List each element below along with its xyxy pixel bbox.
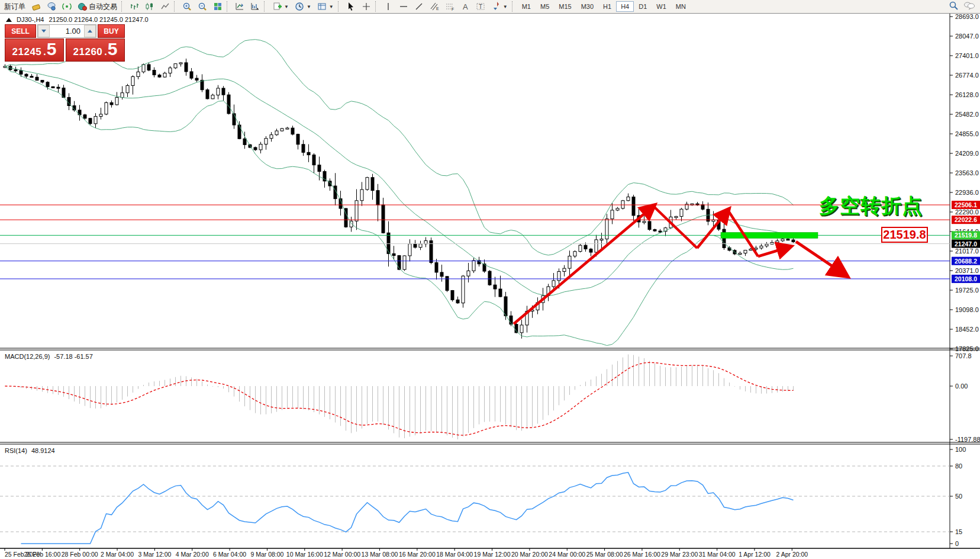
macd-label: MACD(12,26,9) -57.18 -61.57 <box>5 353 93 360</box>
chart-window[interactable]: 28693.028047.027401.026774.026128.025482… <box>0 14 980 558</box>
svg-text:4 Mar 20:00: 4 Mar 20:00 <box>176 551 209 558</box>
volume-input[interactable]: 1.00 <box>50 25 84 37</box>
svg-text:50: 50 <box>955 493 962 500</box>
dropdown-caret-icon: ▼ <box>329 4 334 9</box>
toolbar-separator <box>375 1 378 12</box>
svg-text:F: F <box>452 7 454 11</box>
tf-h1-button[interactable]: H1 <box>598 1 616 12</box>
search-icon[interactable] <box>949 1 959 12</box>
tf-h4-button[interactable]: H4 <box>616 1 634 12</box>
toolbar-separator <box>338 1 341 12</box>
fibonacci-icon: F <box>445 2 454 11</box>
trendline-icon <box>414 2 424 11</box>
tf-d1-button[interactable]: D1 <box>634 1 652 12</box>
new-order-button[interactable]: 新订单 <box>1 1 28 13</box>
horizontal-line-icon <box>399 2 408 11</box>
arrows-tool-button[interactable]: ▼ <box>488 1 511 13</box>
svg-text:26774.0: 26774.0 <box>955 72 979 79</box>
fibonacci-tool-button[interactable]: F <box>442 1 457 13</box>
svg-text:22022.6: 22022.6 <box>955 216 977 223</box>
template-button[interactable]: ▼ <box>314 1 337 13</box>
volume-increase-button[interactable] <box>84 25 96 37</box>
svg-text:707.8: 707.8 <box>955 352 972 359</box>
svg-text:21017.0: 21017.0 <box>955 248 979 255</box>
chat-icon[interactable] <box>963 1 975 12</box>
dropdown-caret-icon: ▼ <box>503 4 508 9</box>
svg-text:20 Mar 20:00: 20 Mar 20:00 <box>511 551 548 558</box>
svg-text:21519.8: 21519.8 <box>955 232 977 239</box>
svg-text:25482.0: 25482.0 <box>955 111 979 118</box>
svg-text:E: E <box>436 7 439 11</box>
tile-windows-button[interactable] <box>210 1 225 13</box>
crosshair-tool-button[interactable] <box>359 1 374 13</box>
zoom-out-button[interactable] <box>195 1 210 13</box>
channel-tool-button[interactable]: E <box>427 1 442 13</box>
svg-text:26128.0: 26128.0 <box>955 91 979 98</box>
sell-label: SELL <box>11 27 30 36</box>
tf-m5-button[interactable]: M5 <box>536 1 554 12</box>
tf-m30-button[interactable]: M30 <box>576 1 598 12</box>
price-callout-label[interactable]: 21519.8 <box>881 227 928 243</box>
dropdown-caret-icon: ▼ <box>307 4 311 9</box>
sell-price-button[interactable]: 21245 . 5 <box>5 38 64 62</box>
svg-text:15: 15 <box>955 528 962 535</box>
sell-button[interactable]: SELL <box>5 24 36 38</box>
chart-canvas[interactable]: 28693.028047.027401.026774.026128.025482… <box>0 14 980 558</box>
svg-text:18452.0: 18452.0 <box>955 326 979 333</box>
svg-text:23563.0: 23563.0 <box>955 169 979 176</box>
svg-text:1 Apr 12:00: 1 Apr 12:00 <box>739 551 771 558</box>
vline-tool-button[interactable] <box>381 1 396 13</box>
chevron-up-icon <box>88 30 92 33</box>
rsi-label: RSI(14) 48.9124 <box>5 447 55 454</box>
buy-button[interactable]: BUY <box>98 24 125 38</box>
turning-point-annotation[interactable]: 多空转折点 <box>819 192 923 220</box>
volume-decrease-button[interactable] <box>38 25 50 37</box>
add-indicator-icon <box>272 2 282 11</box>
cursor-icon <box>346 2 356 11</box>
svg-text:T: T <box>479 4 482 10</box>
line-chart-button[interactable] <box>157 1 173 13</box>
tf-m15-button[interactable]: M15 <box>554 1 576 12</box>
svg-text:0: 0 <box>955 540 959 547</box>
hline-tool-button[interactable] <box>396 1 411 13</box>
vertical-line-icon <box>383 2 393 11</box>
zoom-in-icon <box>182 2 192 11</box>
buy-price-sep: . <box>104 47 107 57</box>
tf-mn-button[interactable]: MN <box>671 1 691 12</box>
trendline-tool-button[interactable] <box>411 1 427 13</box>
buy-price-button[interactable]: 21260 . 5 <box>66 38 125 62</box>
period-button[interactable]: ▼ <box>292 1 314 13</box>
buy-price-frac: 5 <box>108 41 118 57</box>
text-tool-button[interactable]: A <box>457 1 473 13</box>
label-tool-button[interactable]: T <box>473 1 488 13</box>
chat-person-button[interactable] <box>44 1 59 13</box>
svg-text:24855.0: 24855.0 <box>955 130 979 137</box>
svg-text:24 Mar 00:00: 24 Mar 00:00 <box>549 551 585 558</box>
bar-chart-button[interactable] <box>127 1 142 13</box>
cursor-tool-button[interactable] <box>343 1 359 13</box>
candlestick-button[interactable] <box>142 1 157 13</box>
svg-text:10 Mar 16:00: 10 Mar 16:00 <box>286 551 323 558</box>
svg-text:18 Mar 04:00: 18 Mar 04:00 <box>436 551 473 558</box>
tf-m1-button[interactable]: M1 <box>517 1 536 12</box>
tile-windows-icon <box>213 2 223 11</box>
svg-text:22290.0: 22290.0 <box>955 208 979 216</box>
zoom-in-button[interactable] <box>179 1 195 13</box>
chart-symbol-period: DJ30-,H4 <box>17 16 44 23</box>
indicator-window-button[interactable] <box>247 1 263 13</box>
signal-button[interactable] <box>59 1 75 13</box>
svg-text:100: 100 <box>955 446 966 453</box>
auto-trading-button[interactable]: 自动交易 <box>75 1 120 13</box>
text-icon: A <box>460 2 470 11</box>
sell-price-int: 21245 <box>12 46 42 58</box>
inbox-button[interactable] <box>28 1 44 13</box>
svg-text:20108.0: 20108.0 <box>955 275 977 282</box>
svg-text:26 Feb 16:00: 26 Feb 16:00 <box>24 551 60 558</box>
macd-title: MACD(12,26,9) <box>5 353 50 360</box>
svg-text:24209.0: 24209.0 <box>955 150 979 157</box>
tf-w1-button[interactable]: W1 <box>652 1 671 12</box>
collapse-panel-icon[interactable] <box>6 18 12 22</box>
indicator-list-button[interactable] <box>232 1 247 13</box>
add-indicator-button[interactable]: ▼ <box>269 1 292 13</box>
toolbar-separator <box>121 1 124 12</box>
